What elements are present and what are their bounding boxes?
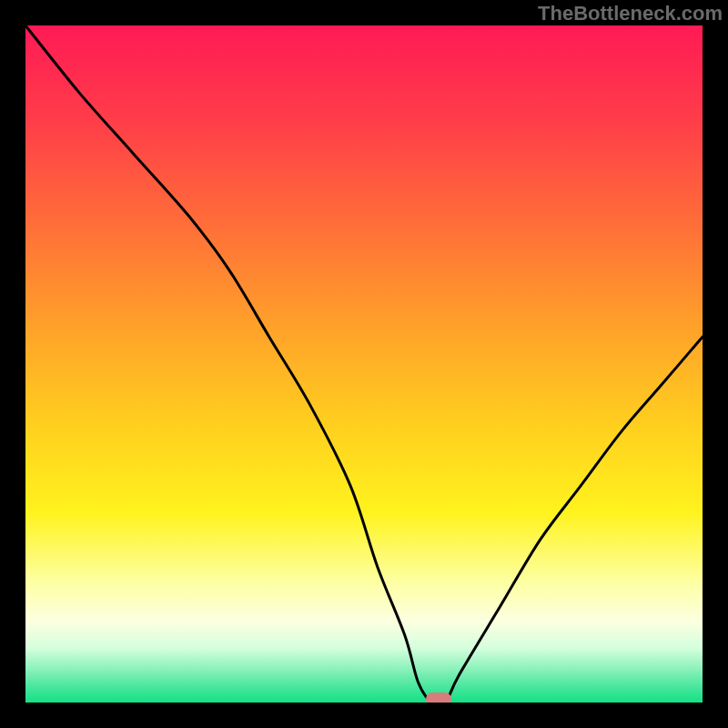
bottleneck-curve xyxy=(25,25,703,703)
optimal-marker xyxy=(426,693,451,703)
plot-area xyxy=(25,25,703,703)
watermark-text: TheBottleneck.com xyxy=(538,2,723,25)
